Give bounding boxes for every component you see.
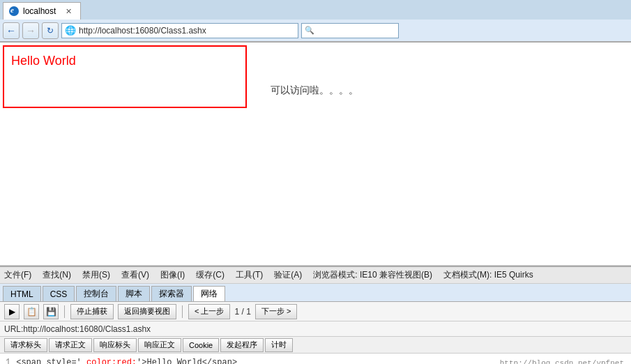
address-favicon: 🌐 (65, 25, 76, 36)
page-info: 1 / 1 (234, 307, 250, 317)
address-bar[interactable]: 🌐 http://localhost:16080/Class1.ashx (61, 23, 298, 38)
tab-favicon (9, 6, 19, 16)
return-summary-button[interactable]: 返回摘要视图 (118, 304, 176, 319)
separator-2 (182, 305, 183, 318)
back-button[interactable]: ← (3, 22, 20, 39)
menu-find[interactable]: 查找(N) (43, 269, 71, 281)
stop-capture-button[interactable]: 停止捕获 (70, 304, 114, 319)
tab-console[interactable]: 控制台 (76, 286, 116, 301)
nav-bar: ← → ↻ 🌐 http://localhost:16080/Class1.as… (0, 20, 631, 42)
tab-script[interactable]: 脚本 (118, 286, 150, 301)
menu-cache[interactable]: 缓存(C) (196, 269, 225, 281)
menu-image[interactable]: 图像(I) (160, 269, 185, 281)
subtab-initiator[interactable]: 发起程序 (220, 338, 264, 352)
side-annotation: 可以访问啦。。。。 (250, 43, 379, 265)
devtools-panel: 文件(F) 查找(N) 禁用(S) 查看(V) 图像(I) 缓存(C) 工具(T… (0, 266, 631, 364)
hello-world-box: Hello World (3, 45, 247, 108)
menu-file[interactable]: 文件(F) (4, 269, 31, 281)
devtools-menubar: 文件(F) 查找(N) 禁用(S) 查看(V) 图像(I) 缓存(C) 工具(T… (0, 267, 631, 284)
save-icon-btn[interactable]: 💾 (43, 304, 59, 319)
address-url: http://localhost:16080/Class1.ashx (79, 26, 295, 36)
search-bar[interactable]: 🔍 (301, 23, 399, 38)
menu-view[interactable]: 查看(V) (121, 269, 149, 281)
tab-explorer[interactable]: 探索器 (151, 286, 192, 301)
devtools-url-text: URL:http://localhost:16080/Class1.ashx (4, 324, 151, 334)
annotation-text: 可以访问啦。。。。 (271, 84, 358, 96)
subtab-response-body[interactable]: 响应正文 (138, 338, 181, 352)
devtools-toolbar: ▶ 📋 💾 停止捕获 返回摘要视图 < 上一步 1 / 1 下一步 > (0, 302, 631, 321)
tab-css[interactable]: CSS (43, 286, 75, 301)
cursor-icon-btn[interactable]: ▶ (4, 304, 20, 319)
subtab-request-body[interactable]: 请求正文 (49, 338, 92, 352)
devtools-url: URL:http://localhost:16080/Class1.ashx (0, 321, 631, 337)
subtab-cookie[interactable]: Cookie (183, 338, 219, 352)
tab-html[interactable]: HTML (3, 286, 41, 301)
subtab-timing[interactable]: 计时 (265, 338, 293, 352)
tab-network[interactable]: 网络 (193, 286, 225, 301)
prev-button[interactable]: < 上一步 (188, 304, 230, 319)
watermark: http://blog.csdn.net/ypfnet (500, 359, 624, 364)
browser-content: Hello World 可以访问啦。。。。 (0, 43, 631, 266)
next-button[interactable]: 下一步 > (255, 304, 297, 319)
menu-browser-mode[interactable]: 浏览器模式: IE10 兼容性视图(B) (313, 269, 432, 281)
subtab-response-headers[interactable]: 响应标头 (93, 338, 137, 352)
devtools-tabs: HTML CSS 控制台 脚本 探索器 网络 (0, 284, 631, 302)
copy-icon-btn[interactable]: 📋 (24, 304, 39, 319)
code-line: <span style=' color:red;'>Hello World</s… (16, 358, 237, 364)
devtools-subtabs: 请求标头 请求正文 响应标头 响应正文 Cookie 发起程序 计时 (0, 337, 631, 354)
search-icon: 🔍 (305, 26, 314, 35)
line-number: 1 (6, 358, 10, 364)
tab-localhost[interactable]: localhost ✕ (3, 2, 81, 20)
tab-bar: localhost ✕ (0, 0, 631, 20)
subtab-request-headers[interactable]: 请求标头 (4, 338, 47, 352)
menu-doc-mode[interactable]: 文档模式(M): IE5 Quirks (443, 269, 533, 281)
hello-world-text: Hello World (11, 54, 76, 68)
menu-disable[interactable]: 禁用(S) (82, 269, 110, 281)
separator-1 (64, 305, 65, 318)
refresh-button[interactable]: ↻ (42, 22, 59, 39)
menu-tools[interactable]: 工具(T) (236, 269, 263, 281)
tab-label: localhost (23, 6, 56, 16)
tab-close-button[interactable]: ✕ (66, 7, 72, 16)
devtools-code-content: 1 <span style=' color:red;'>Hello World<… (0, 354, 631, 364)
menu-validate[interactable]: 验证(A) (274, 269, 302, 281)
forward-button[interactable]: → (22, 22, 39, 39)
